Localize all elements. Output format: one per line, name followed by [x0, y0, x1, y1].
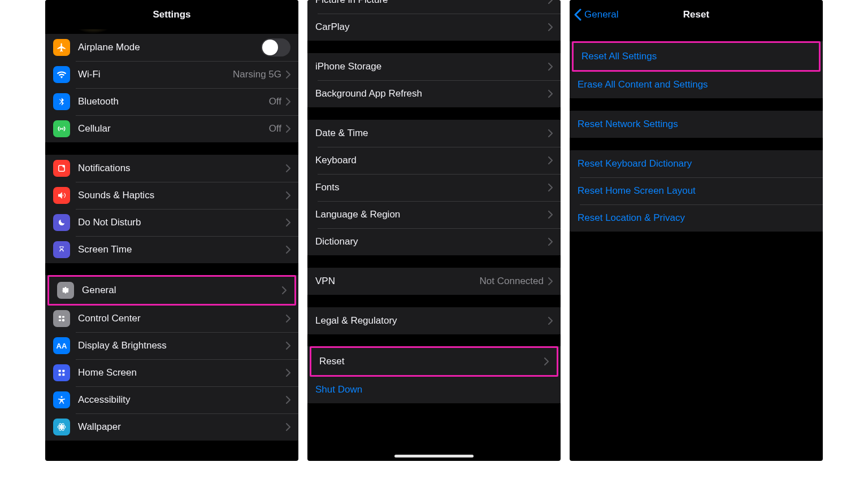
label: Bluetooth [78, 96, 269, 107]
header-reset: General Reset [570, 0, 823, 29]
home-indicator[interactable] [394, 455, 474, 457]
row-screen-time[interactable]: Screen Time [45, 236, 298, 263]
label: Wallpaper [78, 421, 286, 433]
label: Language & Region [315, 209, 548, 220]
highlight-reset-all: Reset All Settings [572, 41, 821, 72]
chevron-right-icon [286, 315, 290, 323]
svg-point-2 [63, 165, 66, 168]
airplane-toggle[interactable] [261, 38, 290, 56]
row-pip[interactable]: Picture in Picture [307, 0, 561, 14]
label: Dictionary [315, 236, 548, 247]
row-notifications[interactable]: Notifications [45, 155, 298, 182]
row-fonts[interactable]: Fonts [307, 174, 561, 201]
label: Display & Brightness [78, 340, 286, 351]
row-display[interactable]: AA Display & Brightness [45, 332, 298, 359]
panel-reset: General Reset Reset All Settings Erase A… [570, 0, 823, 461]
row-vpn[interactable]: VPN Not Connected [307, 268, 561, 295]
hourglass-icon [53, 241, 70, 258]
row-reset-all-settings[interactable]: Reset All Settings [574, 43, 819, 70]
bluetooth-value: Off [269, 96, 281, 107]
label: Accessibility [78, 394, 286, 406]
label: Do Not Disturb [78, 217, 286, 228]
group-vpn: VPN Not Connected [307, 268, 561, 295]
reset-scroll[interactable]: Reset All Settings Erase All Content and… [570, 29, 823, 461]
row-shut-down[interactable]: Shut Down [307, 376, 561, 403]
row-reset-network[interactable]: Reset Network Settings [570, 111, 823, 138]
chevron-right-icon [286, 396, 290, 404]
panel-settings: Settings Airplane Mode Wi-Fi Narsing [45, 0, 298, 461]
back-label: General [584, 9, 618, 20]
chevron-right-icon [286, 219, 290, 226]
row-reset[interactable]: Reset [311, 348, 557, 375]
label: Shut Down [315, 384, 553, 395]
chevron-right-icon [548, 0, 553, 4]
row-sounds[interactable]: Sounds & Haptics [45, 182, 298, 209]
vpn-value: Not Connected [480, 276, 544, 287]
label: CarPlay [315, 21, 548, 33]
svg-point-11 [61, 396, 63, 398]
cellular-icon [53, 120, 70, 137]
row-carplay[interactable]: CarPlay [307, 14, 561, 41]
chevron-right-icon [548, 63, 553, 71]
row-home-screen[interactable]: Home Screen [45, 359, 298, 386]
row-accessibility[interactable]: Accessibility [45, 386, 298, 413]
row-keyboard[interactable]: Keyboard [307, 147, 561, 174]
svg-point-0 [61, 128, 62, 129]
chevron-right-icon [548, 211, 553, 219]
row-lang-region[interactable]: Language & Region [307, 201, 561, 228]
group-connectivity: Airplane Mode Wi-Fi Narsing 5G Bluetooth [45, 34, 298, 142]
highlight-general: General [47, 275, 296, 306]
cellular-value: Off [269, 123, 281, 134]
row-storage[interactable]: iPhone Storage [307, 53, 561, 80]
svg-rect-10 [62, 373, 64, 376]
group-general: General Control Center AA Display & Brig [45, 275, 298, 441]
svg-rect-7 [59, 370, 61, 372]
label: Cellular [78, 123, 269, 134]
group-legal: Legal & Regulatory [307, 307, 561, 334]
label: General [82, 285, 282, 296]
label: Reset Location & Privacy [578, 212, 815, 224]
label: Erase All Content and Settings [578, 79, 815, 90]
chevron-right-icon [286, 164, 290, 172]
row-reset-keyboard[interactable]: Reset Keyboard Dictionary [570, 150, 823, 177]
gear-icon [57, 282, 74, 299]
row-wifi[interactable]: Wi-Fi Narsing 5G [45, 61, 298, 88]
label: Background App Refresh [315, 88, 548, 99]
back-button[interactable]: General [574, 0, 618, 29]
row-bg-refresh[interactable]: Background App Refresh [307, 80, 561, 107]
chevron-right-icon [548, 238, 553, 246]
row-dictionary[interactable]: Dictionary [307, 228, 561, 255]
row-erase-all[interactable]: Erase All Content and Settings [570, 71, 823, 98]
row-cellular[interactable]: Cellular Off [45, 115, 298, 142]
row-general[interactable]: General [49, 277, 294, 304]
chevron-right-icon [548, 23, 553, 31]
row-control-center[interactable]: Control Center [45, 305, 298, 332]
airplane-icon [53, 39, 70, 56]
row-legal[interactable]: Legal & Regulatory [307, 307, 561, 334]
row-date-time[interactable]: Date & Time [307, 120, 561, 147]
row-dnd[interactable]: Do Not Disturb [45, 209, 298, 236]
accessibility-icon [53, 391, 70, 408]
svg-rect-8 [62, 370, 64, 372]
chevron-right-icon [286, 423, 290, 431]
general-scroll[interactable]: Picture in Picture CarPlay iPhone Storag… [307, 0, 561, 461]
row-wallpaper[interactable]: Wallpaper [45, 413, 298, 441]
row-airplane-mode[interactable]: Airplane Mode [45, 34, 298, 61]
settings-scroll[interactable]: Airplane Mode Wi-Fi Narsing 5G Bluetooth [45, 29, 298, 461]
panel-general: Picture in Picture CarPlay iPhone Storag… [307, 0, 561, 461]
page-title: Reset [683, 9, 709, 20]
row-reset-location[interactable]: Reset Location & Privacy [570, 204, 823, 232]
chevron-right-icon [548, 129, 553, 137]
label: Fonts [315, 182, 548, 193]
chevron-right573-icon [282, 286, 287, 294]
group-reset-main: Reset All Settings Erase All Content and… [570, 41, 823, 98]
home-screen-icon [53, 364, 70, 381]
moon-icon [53, 214, 70, 231]
group-reset-others: Reset Keyboard Dictionary Reset Home Scr… [570, 150, 823, 232]
row-reset-home-layout[interactable]: Reset Home Screen Layout [570, 177, 823, 204]
label: iPhone Storage [315, 61, 548, 72]
chevron-right-icon [548, 156, 553, 164]
chevron-right-icon [286, 246, 290, 254]
row-bluetooth[interactable]: Bluetooth Off [45, 88, 298, 115]
chevron-right-icon [544, 358, 549, 365]
